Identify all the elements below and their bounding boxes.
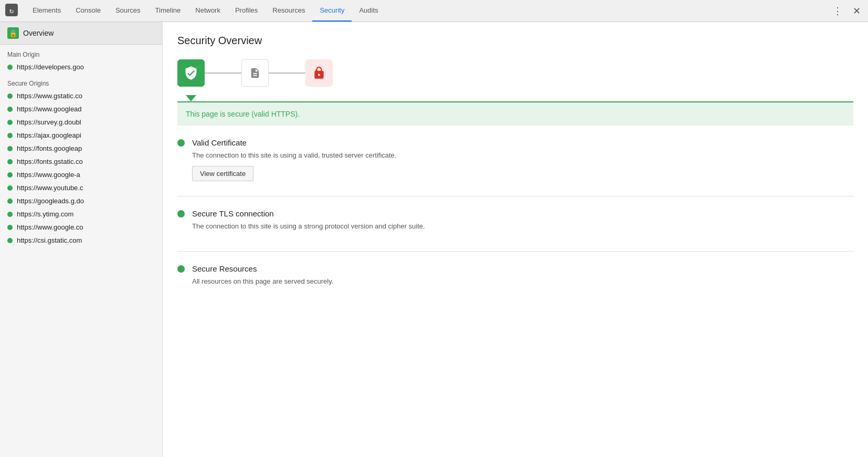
green-dot-icon bbox=[7, 199, 13, 204]
green-dot-icon bbox=[7, 185, 13, 191]
main-origin-item[interactable]: https://developers.goo bbox=[0, 60, 162, 74]
green-dot-icon bbox=[7, 107, 13, 112]
security-item-desc: The connection to this site is using a v… bbox=[192, 150, 396, 161]
sidebar-overview-label: Overview bbox=[23, 29, 54, 37]
devtools-logo: ↻ bbox=[4, 3, 21, 19]
sidebar-origin-item[interactable]: https://www.google-a bbox=[0, 168, 162, 181]
sidebar-origin-item[interactable]: https://www.gstatic.co bbox=[0, 89, 162, 102]
view-certificate-button[interactable]: View certificate bbox=[192, 166, 253, 181]
tab-elements[interactable]: Elements bbox=[25, 0, 68, 22]
green-dot-icon bbox=[7, 94, 13, 99]
security-item-tls: Secure TLS connection The connection to … bbox=[177, 209, 853, 237]
secure-message: This page is secure (valid HTTPS). bbox=[186, 110, 300, 118]
green-dot-icon bbox=[7, 225, 13, 230]
origin-url: https://survey.g.doubl bbox=[17, 118, 81, 126]
origin-url: https://www.youtube.c bbox=[17, 184, 83, 192]
origin-url: https://www.gstatic.co bbox=[17, 92, 82, 100]
security-dot-icon bbox=[177, 139, 185, 147]
origin-url: https://www.googlead bbox=[17, 105, 82, 113]
arrow-down-icon bbox=[186, 95, 196, 101]
toolbar: ↻ ElementsConsoleSourcesTimelineNetworkP… bbox=[0, 0, 868, 22]
tab-security[interactable]: Security bbox=[312, 0, 352, 22]
security-item-title: Valid Certificate bbox=[192, 138, 396, 147]
sidebar-origin-item[interactable]: https://survey.g.doubl bbox=[0, 116, 162, 129]
green-dot-icon bbox=[7, 172, 13, 178]
sidebar-origin-item[interactable]: https://ajax.googleapi bbox=[0, 129, 162, 142]
security-sections: Valid Certificate The connection to this… bbox=[177, 138, 853, 292]
security-item-title: Secure TLS connection bbox=[192, 209, 425, 218]
sidebar-origin-item[interactable]: https://googleads.g.do bbox=[0, 194, 162, 207]
green-dot-icon bbox=[7, 133, 13, 138]
origin-url: https://ajax.googleapi bbox=[17, 131, 81, 139]
diag-line-1 bbox=[205, 72, 241, 74]
green-dot-icon bbox=[7, 238, 13, 243]
green-dot-icon bbox=[7, 146, 13, 151]
green-dot-icon bbox=[7, 212, 13, 217]
security-item-desc: All resources on this page are served se… bbox=[192, 276, 333, 287]
main-origin-url: https://developers.goo bbox=[17, 63, 84, 71]
sidebar-origin-item[interactable]: https://csi.gstatic.com bbox=[0, 234, 162, 247]
tab-resources[interactable]: Resources bbox=[265, 0, 312, 22]
close-button[interactable]: ✕ bbox=[849, 4, 864, 18]
main-origin-section-title: Main Origin bbox=[0, 45, 162, 60]
origin-url: https://fonts.gstatic.co bbox=[17, 158, 83, 165]
secure-origins-section-title: Secure Origins bbox=[0, 74, 162, 89]
svg-text:↻: ↻ bbox=[9, 6, 14, 15]
origin-url: https://www.google-a bbox=[17, 171, 80, 179]
sidebar-origin-item[interactable]: https://www.youtube.c bbox=[0, 181, 162, 194]
sidebar-origin-item[interactable]: https://fonts.gstatic.co bbox=[0, 155, 162, 168]
more-options-button[interactable]: ⋮ bbox=[830, 4, 845, 18]
tab-timeline[interactable]: Timeline bbox=[148, 0, 188, 22]
origin-url: https://fonts.googleap bbox=[17, 144, 82, 152]
security-item-content: Secure TLS connection The connection to … bbox=[192, 209, 425, 237]
diag-secure-icon bbox=[177, 59, 205, 87]
overview-lock-icon: 🔒 bbox=[7, 27, 19, 39]
sidebar-origin-item[interactable]: https://fonts.googleap bbox=[0, 142, 162, 155]
diag-document-icon bbox=[241, 59, 269, 87]
main-layout: 🔒 Overview Main Origin https://developer… bbox=[0, 22, 868, 457]
sidebar-overview-item[interactable]: 🔒 Overview bbox=[0, 22, 162, 45]
content-panel: Security Overview bbox=[163, 22, 868, 457]
security-dot-icon bbox=[177, 265, 185, 273]
origin-url: https://www.google.co bbox=[17, 223, 83, 231]
sidebar: 🔒 Overview Main Origin https://developer… bbox=[0, 22, 163, 457]
page-title: Security Overview bbox=[177, 35, 853, 47]
security-item-resources: Secure Resources All resources on this p… bbox=[177, 264, 853, 292]
secure-banner: This page is secure (valid HTTPS). bbox=[177, 101, 853, 126]
security-item-desc: The connection to this site is using a s… bbox=[192, 221, 425, 232]
security-item-content: Valid Certificate The connection to this… bbox=[192, 138, 396, 181]
origin-url: https://googleads.g.do bbox=[17, 197, 84, 205]
security-item-content: Secure Resources All resources on this p… bbox=[192, 264, 333, 292]
green-dot-icon bbox=[7, 120, 13, 125]
sidebar-origin-item[interactable]: https://www.googlead bbox=[0, 102, 162, 116]
origins-list: https://www.gstatic.cohttps://www.google… bbox=[0, 89, 162, 247]
toolbar-right: ⋮ ✕ bbox=[830, 4, 864, 18]
diag-insecure-icon bbox=[305, 59, 333, 87]
tab-sources[interactable]: Sources bbox=[108, 0, 148, 22]
origin-url: https://s.ytimg.com bbox=[17, 210, 73, 218]
tab-network[interactable]: Network bbox=[188, 0, 228, 22]
tab-console[interactable]: Console bbox=[68, 0, 108, 22]
green-dot-icon bbox=[7, 159, 13, 164]
security-item-certificate: Valid Certificate The connection to this… bbox=[177, 138, 853, 181]
security-diagram bbox=[177, 59, 853, 87]
diag-line-2 bbox=[269, 72, 305, 74]
arrow-indicator bbox=[177, 95, 853, 101]
security-dot-icon bbox=[177, 210, 185, 217]
security-item-title: Secure Resources bbox=[192, 264, 333, 273]
tab-profiles[interactable]: Profiles bbox=[228, 0, 265, 22]
toolbar-tabs: ElementsConsoleSourcesTimelineNetworkPro… bbox=[25, 0, 830, 22]
sidebar-origin-item[interactable]: https://s.ytimg.com bbox=[0, 207, 162, 221]
tab-audits[interactable]: Audits bbox=[352, 0, 385, 22]
sidebar-origin-item[interactable]: https://www.google.co bbox=[0, 221, 162, 234]
green-dot-icon bbox=[7, 65, 13, 70]
origin-url: https://csi.gstatic.com bbox=[17, 236, 82, 244]
